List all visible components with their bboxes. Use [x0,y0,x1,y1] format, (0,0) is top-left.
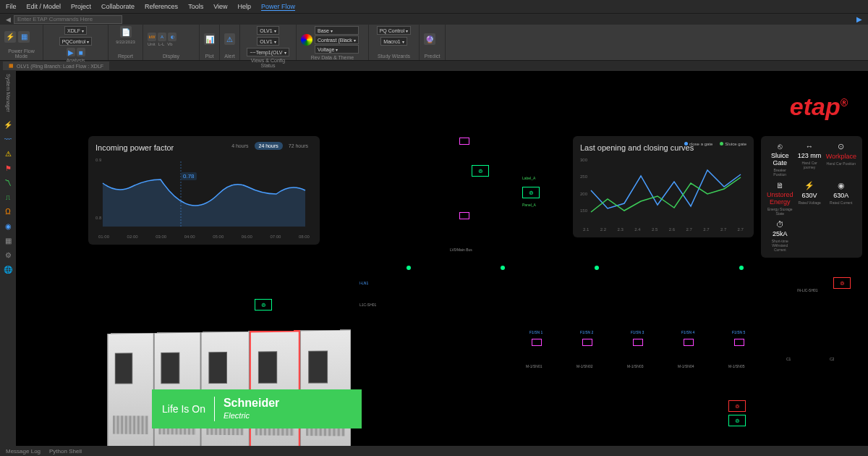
temp-dropdown[interactable]: ~~Temp1(OLV [247,48,289,56]
report-icon[interactable]: 📄 [120,26,132,38]
pqcontrol-wizard-dropdown[interactable]: PQ Control [377,26,412,35]
ribbon-label-views: Views & Config Status [244,58,292,68]
run-icon[interactable]: ▶ [67,48,75,56]
sld-feeder-sw[interactable] [734,339,744,346]
predict-icon[interactable]: 🔮 [424,33,435,45]
sld-diagram[interactable] [16,71,233,180]
tab-olv1[interactable]: ▦ OLV1 (Ring Branch: Load Flow : XDLF [3,62,109,70]
sld-block-left[interactable]: ⊚ [255,299,272,311]
sld-block-bottom2[interactable]: ⊚ [728,415,746,426]
tab-label: OLV1 (Ring Branch: Load Flow : XDLF [17,64,103,69]
macro-dropdown[interactable]: Macro1 [380,37,407,46]
sld-feeder-sw[interactable] [582,339,592,346]
menu-project[interactable]: Project [71,3,91,10]
back-icon[interactable]: ◀ [6,16,11,23]
menu-edit[interactable]: Edit / Model [27,3,61,10]
xdlf-dropdown[interactable]: XDLF [64,26,87,35]
command-bar: ◀ ▶ [0,13,868,25]
sld-feeder-sw[interactable] [633,339,643,346]
info-journey: ↔ 123 mm Hand Car journey [798,142,822,177]
x-label: 04:00 [184,235,195,239]
info-value: 630V [798,192,822,199]
ribbon-label-alert: Alert [224,54,235,59]
kw-icon[interactable]: kW [148,33,156,41]
sidebar-label[interactable]: System Manager [6,74,11,112]
sld-block-bottom[interactable]: ⊚ [728,400,746,412]
sidebar-flag-icon[interactable]: ⚑ [2,163,14,174]
olv1b-dropdown[interactable]: OLV1 [257,37,278,46]
voltage-dropdown[interactable]: Voltage [315,45,359,54]
menu-powerflow[interactable]: Power Flow [261,3,295,11]
olv1-dropdown[interactable]: OLV1 [257,26,278,35]
sld-feeder-label: F1/SN 3 [631,330,644,334]
tab-72h[interactable]: 72 hours [284,142,312,150]
menu-references[interactable]: References [145,3,178,10]
x-label: 2.4 [634,227,640,232]
sld-panel1[interactable]: ⊚ [472,165,489,177]
kvar-icon[interactable]: ◐ [168,33,176,41]
alert-icon[interactable]: ⚠ [224,33,235,45]
sld-node[interactable] [739,266,744,270]
sld-source[interactable] [459,138,469,145]
status-shell[interactable]: Python Shell [49,448,82,455]
x-label: 07:00 [270,235,281,239]
canvas[interactable]: etap® Incoming power factor 4 hours 24 h… [16,71,868,446]
play-icon[interactable]: ▶ [856,15,862,23]
theme-icon[interactable] [301,34,312,46]
ribbon-label-theme: Rev Data & Theme [301,55,364,60]
stop-icon[interactable]: ■ [77,48,85,56]
sidebar-gear-icon[interactable]: ⚙ [2,250,14,261]
sld-feeder-label: F1/SN 1 [529,330,542,334]
pqcontrol-dropdown[interactable]: PQControl [59,37,93,46]
sld-node[interactable] [595,266,599,270]
sld-feeder-sw[interactable] [684,339,694,346]
sld-node[interactable] [501,266,505,270]
sidebar-omega-icon[interactable]: Ω [2,206,14,218]
sidebar-globe-icon[interactable]: 🌐 [2,264,14,276]
contrast-dropdown[interactable]: Contrast (Black [315,35,359,44]
sidebar-warning-icon[interactable]: ⚠ [2,148,14,160]
x-label: 2.5 [652,227,658,232]
info-workplace: ⊙ Workplace Hand Car Position [826,142,856,177]
menu-view[interactable]: View [213,3,227,10]
vb-label[interactable]: Vb [167,42,172,46]
y-label: 250 [580,174,587,179]
menu-collaborate[interactable]: Collaborate [101,3,135,10]
unit-label[interactable]: Unit [148,42,156,46]
sld-panel2[interactable]: ⊚ [522,187,540,198]
sidebar-wave-icon[interactable]: 〰 [2,134,14,145]
plot-icon[interactable]: 📊 [204,33,215,45]
mode-icon[interactable]: ▦ [18,31,30,43]
sld-block-right[interactable]: ⊚ [833,277,851,289]
powerflow-icon[interactable]: ⚡ [4,31,16,43]
cabinet-selected[interactable] [250,330,301,446]
sidebar-circle-icon[interactable]: ◉ [2,221,14,232]
ribbon-label-report: Report [113,54,138,59]
cabinet[interactable] [107,333,153,446]
command-input[interactable] [14,15,122,24]
sld-node[interactable] [407,266,411,270]
workplace-icon: ⊙ [826,142,856,151]
sidebar-chart-icon[interactable]: 〽 [2,177,14,189]
y-label: 300 [580,158,587,162]
info-value: Unstored Energy [767,191,793,206]
status-msglog[interactable]: Message Log [6,448,41,455]
tab-24h[interactable]: 24 hours [255,142,283,150]
legend-sluice: Sluice gate [725,142,746,146]
ll-label[interactable]: L-L [158,42,165,46]
sidebar-pulse-icon[interactable]: ⎍ [2,192,14,203]
cabinet[interactable] [201,331,250,446]
sld-breaker1[interactable] [459,212,469,219]
sld-feeder-sw[interactable] [532,339,542,346]
y-label: 200 [580,192,587,196]
voltage-icon: ⚡ [798,181,822,190]
base-dropdown[interactable]: Base [315,26,359,35]
menu-tools[interactable]: Tools [188,3,203,10]
sld-label-line1: L1C-SH01 [359,303,376,307]
sidebar-grid-icon[interactable]: ▦ [2,235,14,247]
sidebar-bolt-icon[interactable]: ⚡ [2,119,14,131]
menu-help[interactable]: Help [238,3,252,10]
menu-file[interactable]: File [6,3,17,10]
amp-icon[interactable]: A [158,33,166,41]
panel-curves: Last opening and closing curves close a … [573,136,754,237]
